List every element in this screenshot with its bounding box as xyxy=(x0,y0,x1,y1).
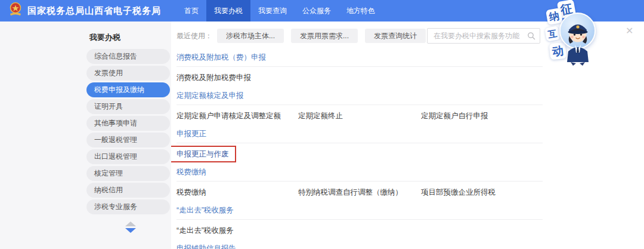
section-heading-declaration-auxiliary-info: 申报辅助信息报告 xyxy=(177,241,543,249)
highlight-box: 申报更正与作废 xyxy=(169,146,236,162)
link-declaration-correction-void[interactable]: 申报更正与作废 xyxy=(177,150,229,158)
sidebar-item-export-tax-refund[interactable]: 出口退税管理 xyxy=(86,149,170,164)
nav-public-services[interactable]: 公众服务 xyxy=(295,0,339,21)
nav-home[interactable]: 首页 xyxy=(177,0,206,21)
link-quota-apply-adjust[interactable]: 定期定额户申请核定及调整定额 xyxy=(177,112,281,120)
section-heading-fixed-quota: 定期定额核定及申报 xyxy=(177,88,543,105)
sidebar-item-tax-declaration-payment[interactable]: 税费申报及缴纳 xyxy=(86,82,170,97)
sidebar: 我要办税 综合信息报告 发票使用 税费申报及缴纳 证明开具 其他事项申请 一般退… xyxy=(0,21,171,249)
sidebar-item-certificate-issuance[interactable]: 证明开具 xyxy=(86,99,170,114)
sidebar-item-invoice-use[interactable]: 发票使用 xyxy=(86,66,170,81)
section-heading-tax-payment: 税费缴纳 xyxy=(177,165,543,182)
mascot-officer-icon xyxy=(561,14,595,66)
sidebar-item-tax-professional-services[interactable]: 涉税专业服务 xyxy=(86,199,170,214)
link-project-prepaid-income-tax[interactable]: 项目部预缴企业所得税 xyxy=(421,188,496,196)
link-special-tax-adjustment-payment[interactable]: 特别纳税调查自行调整（缴纳） xyxy=(298,188,402,196)
close-icon[interactable]: ✕ xyxy=(626,26,633,36)
search-box xyxy=(427,28,540,44)
scroll-up-icon[interactable] xyxy=(125,222,136,226)
link-going-global-tax-service[interactable]: “走出去”税收服务 xyxy=(177,226,234,235)
search-input[interactable] xyxy=(427,28,540,44)
link-quota-self-declaration[interactable]: 定期定额户自行申报 xyxy=(421,112,488,120)
search-icon[interactable] xyxy=(527,32,535,40)
sidebar-item-other-matters[interactable]: 其他事项申请 xyxy=(86,116,170,131)
sidebar-item-general-tax-refund[interactable]: 一般退税管理 xyxy=(86,133,170,147)
sidebar-title: 我要办税 xyxy=(89,32,171,43)
section-heading-going-global: “走出去”税收服务 xyxy=(177,203,543,220)
nav-local-features[interactable]: 地方特色 xyxy=(339,0,383,21)
section-items-row: 税费缴纳 特别纳税调查自行调整（缴纳） 项目部预缴企业所得税 xyxy=(177,182,543,203)
logo: 国家税务总局山西省电子税务局 xyxy=(8,2,161,20)
interact-widget[interactable]: 征 纳 互 动 xyxy=(546,0,610,67)
section-items-row: “走出去”税收服务 xyxy=(177,220,543,241)
section-items-row: 申报更正与作废 xyxy=(177,143,543,165)
sidebar-item-tax-credit[interactable]: 纳税信用 xyxy=(86,183,170,198)
link-tax-payment[interactable]: 税费缴纳 xyxy=(177,188,206,196)
sidebar-item-assessment-management[interactable]: 核定管理 xyxy=(86,166,170,181)
recent-btn-tax-market-entity[interactable]: 涉税市场主体... xyxy=(217,29,284,43)
emblem-icon xyxy=(8,2,23,20)
badge-char-na: 纳 xyxy=(546,8,563,25)
section-heading-declaration-correction: 申报更正 xyxy=(177,127,543,143)
site-title: 国家税务总局山西省电子税务局 xyxy=(27,5,161,17)
badge-char-hu: 互 xyxy=(544,26,561,42)
section-heading-consumption-tax: 消费税及附加税（费）申报 xyxy=(177,50,543,67)
scroll-down-icon[interactable] xyxy=(125,228,136,233)
nav-i-want-to-handle-tax[interactable]: 我要办税 xyxy=(206,0,250,21)
section-items-row: 消费税及附加税费申报 xyxy=(177,67,543,88)
main-nav: 首页 我要办税 我要查询 公众服务 地方特色 xyxy=(177,0,383,21)
recent-btn-invoice-query-stats[interactable]: 发票查询统计 xyxy=(365,29,426,43)
section-items-row: 定期定额户申请核定及调整定额 定期定额终止 定期定额户自行申报 xyxy=(177,105,543,127)
sidebar-scroll-arrows xyxy=(125,222,136,233)
nav-i-want-to-query[interactable]: 我要查询 xyxy=(250,0,295,21)
recent-used-label: 最近使用： xyxy=(177,31,212,41)
sidebar-item-comprehensive-info-report[interactable]: 综合信息报告 xyxy=(86,49,170,64)
recent-btn-invoice-demand[interactable]: 发票用票需求... xyxy=(291,29,358,43)
link-consumption-tax-declaration[interactable]: 消费税及附加税费申报 xyxy=(177,73,251,82)
link-quota-termination[interactable]: 定期定额终止 xyxy=(298,112,343,120)
page: 国家税务总局山西省电子税务局 首页 我要办税 我要查询 公众服务 地方特色 互动… xyxy=(0,0,644,249)
recent-used-row: 最近使用： 涉税市场主体... 发票用票需求... 发票查询统计 xyxy=(177,27,543,44)
